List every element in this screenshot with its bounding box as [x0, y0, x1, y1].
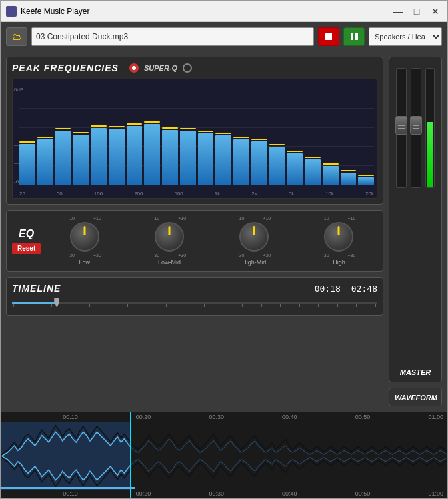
fader-track-1[interactable] [396, 68, 407, 188]
eq-bar-wrap-5 [91, 90, 107, 185]
waveform-label: WAVEFORM [395, 394, 437, 402]
eq-bar-wrap-16 [287, 90, 303, 185]
highmid-scale-top: -10 +10 [237, 216, 271, 221]
high-knob[interactable] [324, 222, 353, 252]
output-device-select[interactable]: Speakers / Hea [369, 27, 442, 46]
eq-bar-wrap-20 [358, 90, 374, 185]
wb-40: 00:40 [282, 490, 297, 497]
timeline-thumb[interactable] [52, 298, 61, 308]
freq-labels: 25 50 100 200 500 1k 2k 5k 10k 20k [19, 191, 374, 197]
master-section: MASTER [389, 57, 442, 382]
freq-1k: 1k [215, 191, 220, 197]
tick-9 [166, 304, 167, 307]
eq-bar-9 [162, 130, 178, 185]
visualizer-title: PEAK FREQUENCIES [12, 63, 119, 73]
file-name-input[interactable] [31, 27, 314, 46]
fader-track-2[interactable] [411, 68, 421, 188]
highmid-scale-bottom: -30 +30 [237, 253, 271, 258]
eq-peak-7 [127, 123, 143, 125]
mode1-radio[interactable] [129, 63, 139, 73]
timeline-section: TIMELINE 00:18 02:48 [6, 277, 383, 316]
eq-bar-wrap-13 [233, 90, 249, 185]
eq-bar-wrap-3 [55, 90, 71, 185]
fader-line-1 [398, 123, 405, 123]
wt-60: 01:00 [428, 414, 443, 420]
eq-bar-8 [144, 124, 160, 185]
eq-bar-wrap-1 [19, 90, 35, 185]
high-mid-knob[interactable] [239, 222, 269, 252]
highmid-plus: +10 [263, 216, 271, 221]
freq-10k: 10k [325, 191, 334, 197]
eq-peak-5 [91, 125, 107, 127]
eq-title: EQ [19, 228, 34, 240]
stop-icon [325, 33, 332, 40]
eq-bar-wrap-4 [73, 90, 89, 185]
mode2-radio[interactable] [183, 63, 192, 73]
wb-60: 01:00 [428, 490, 443, 497]
eq-peak-9 [162, 127, 178, 129]
eq-bar-4 [73, 135, 89, 185]
waveform-section[interactable]: 00:10 00:20 00:30 00:40 00:50 01:00 [1, 412, 447, 498]
eq-knob-high-mid: -10 +10 -30 +30 High-Mid [237, 216, 271, 266]
fader-thumb-2[interactable] [410, 116, 422, 135]
tick-5 [89, 304, 90, 307]
fader-line-5 [413, 125, 419, 126]
eq-bar-5 [91, 128, 107, 185]
maximize-button[interactable]: □ [410, 5, 423, 18]
wb-20: 00:20 [136, 490, 151, 497]
tick-1 [13, 304, 14, 307]
wt-40: 00:40 [282, 414, 297, 420]
eq-visualizer-canvas: 0dB — — — — -60dB [12, 79, 377, 199]
eq-bar-12 [215, 135, 231, 185]
waveform-svg [1, 422, 447, 490]
tick-20 [375, 304, 376, 307]
mode2-label: SUPER-Q [144, 64, 177, 72]
eq-peak-16 [287, 151, 303, 152]
mode1-radio-dot [129, 63, 139, 73]
eq-bar-10 [180, 131, 196, 185]
low-mid-label: Low-Mid [158, 259, 181, 266]
window-title: Keefe Music Player [21, 7, 391, 16]
minimize-button[interactable]: — [391, 5, 405, 18]
stop-button[interactable] [318, 27, 339, 46]
highmid-minus30: -30 [237, 253, 244, 258]
visualizer-header: PEAK FREQUENCIES SUPER-Q [12, 63, 377, 73]
wb-50: 00:50 [355, 490, 371, 497]
eq-peak-3 [55, 128, 71, 129]
eq-peak-20 [358, 175, 374, 176]
grid-line-5 [19, 185, 374, 185]
low-knob[interactable] [70, 222, 99, 252]
eq-bar-wrap-12 [215, 90, 231, 185]
eq-bar-3 [55, 131, 71, 185]
timeline-track[interactable] [12, 296, 377, 310]
low-minus30: -30 [68, 253, 75, 258]
high-minus: -10 [322, 216, 329, 221]
left-panel: PEAK FREQUENCIES SUPER-Q [6, 57, 383, 406]
eq-peak-12 [215, 133, 231, 134]
eq-bar-wrap-10 [180, 90, 196, 185]
eq-bar-19 [341, 173, 357, 185]
tick-7 [127, 304, 128, 307]
high-plus30: +30 [348, 253, 356, 258]
open-folder-button[interactable]: 🗁 [6, 27, 27, 46]
lowmid-plus: +10 [178, 216, 186, 221]
eq-peak-13 [233, 137, 249, 138]
master-label: MASTER [400, 368, 431, 376]
close-button[interactable]: ✕ [429, 5, 442, 18]
fader-area [396, 63, 435, 366]
low-mid-knob[interactable] [155, 222, 184, 252]
eq-bar-wrap-15 [269, 90, 285, 185]
tick-10 [185, 304, 185, 307]
highmid-minus: -10 [237, 216, 244, 221]
pause-button[interactable] [343, 27, 365, 46]
waveform-canvas: 00:10 00:20 00:30 00:40 00:50 01:00 [1, 412, 447, 498]
folder-icon: 🗁 [12, 31, 21, 42]
eq-peak-1 [19, 141, 35, 143]
eq-bar-wrap-18 [323, 90, 339, 185]
tick-18 [337, 304, 338, 307]
tick-14 [261, 304, 262, 307]
freq-50: 50 [57, 191, 63, 197]
fader-thumb-1[interactable] [395, 116, 407, 135]
eq-peak-14 [251, 139, 267, 140]
eq-reset-button[interactable]: Reset [12, 243, 41, 254]
